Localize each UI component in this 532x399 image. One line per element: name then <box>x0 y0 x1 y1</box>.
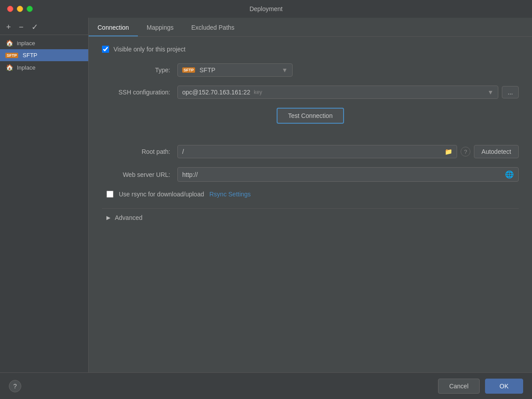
root-path-control-group: / 📁 ? Autodetect <box>177 145 519 158</box>
sidebar-item-label: SFTP <box>23 52 37 59</box>
ssh-value: opc@152.70.163.161:22 <box>182 89 250 96</box>
advanced-arrow-icon: ▶ <box>106 215 110 221</box>
help-icon[interactable]: ? <box>461 147 470 156</box>
traffic-lights <box>7 6 33 12</box>
maximize-button[interactable] <box>27 6 33 12</box>
sftp-type-icon: SFTP <box>182 67 195 73</box>
sidebar-item-sftp[interactable]: SFTP SFTP <box>0 49 88 61</box>
root-path-value: / <box>182 148 184 155</box>
content-area: Connection Mappings Excluded Paths Visib… <box>89 18 532 372</box>
ssh-row: SSH configuration: opc@152.70.163.161:22… <box>102 86 519 99</box>
globe-icon: 🌐 <box>505 170 514 179</box>
rsync-checkbox[interactable] <box>106 191 113 198</box>
sidebar-item-label: inplace <box>17 40 35 47</box>
root-path-input[interactable]: / 📁 <box>177 145 457 158</box>
house-icon: 🏠 <box>5 39 13 47</box>
autodetect-button[interactable]: Autodetect <box>474 145 519 158</box>
sidebar: + − ✓ 🏠 inplace SFTP SFTP 🏠 Inplace <box>0 18 89 372</box>
sidebar-item-inplace-1[interactable]: 🏠 inplace <box>0 37 88 49</box>
type-label: Type: <box>102 66 177 74</box>
test-connection-row: Test Connection <box>102 108 519 134</box>
sftp-icon: SFTP <box>5 53 18 58</box>
rsync-settings-link[interactable]: Rsync Settings <box>209 191 250 198</box>
type-row: Type: SFTP SFTP ▼ <box>102 63 519 77</box>
title-bar: Deployment <box>0 0 532 18</box>
ssh-control-group: opc@152.70.163.161:22 key ▼ ... <box>177 86 519 99</box>
bottom-bar: ? Cancel OK <box>0 372 532 399</box>
web-server-row: Web server URL: http:// 🌐 <box>102 167 519 182</box>
chevron-down-icon-ssh: ▼ <box>487 89 493 96</box>
confirm-button[interactable]: ✓ <box>30 22 40 32</box>
chevron-down-icon: ▼ <box>282 66 288 74</box>
visible-project-checkbox[interactable] <box>102 46 109 53</box>
tab-connection[interactable]: Connection <box>89 20 138 36</box>
advanced-label: Advanced <box>115 214 142 221</box>
ssh-label: SSH configuration: <box>102 89 177 96</box>
type-value: SFTP <box>200 66 215 74</box>
web-server-label: Web server URL: <box>102 171 177 178</box>
web-server-input[interactable]: http:// 🌐 <box>177 167 519 182</box>
add-server-button[interactable]: + <box>4 22 13 32</box>
sidebar-toolbar: + − ✓ <box>0 20 88 35</box>
advanced-section[interactable]: ▶ Advanced <box>102 208 519 227</box>
folder-icon: 📁 <box>445 148 452 155</box>
ssh-more-button[interactable]: ... <box>502 86 519 98</box>
root-path-row: Root path: / 📁 ? Autodetect <box>102 145 519 158</box>
sidebar-item-inplace-2[interactable]: 🏠 Inplace <box>0 61 88 74</box>
ok-button[interactable]: OK <box>485 379 523 394</box>
main-layout: + − ✓ 🏠 inplace SFTP SFTP 🏠 Inplace Conn… <box>0 18 532 372</box>
visible-project-label[interactable]: Visible only for this project <box>113 46 185 53</box>
cancel-button[interactable]: Cancel <box>438 379 480 394</box>
tabs: Connection Mappings Excluded Paths <box>89 18 532 37</box>
web-server-value: http:// <box>182 171 198 178</box>
sidebar-item-label: Inplace <box>17 64 35 71</box>
remove-server-button[interactable]: − <box>17 22 26 32</box>
ssh-key-badge: key <box>254 89 262 95</box>
help-button[interactable]: ? <box>9 380 21 392</box>
visible-project-row: Visible only for this project <box>102 46 519 53</box>
ssh-dropdown[interactable]: opc@152.70.163.161:22 key ▼ <box>177 86 498 99</box>
rsync-label[interactable]: Use rsync for download/upload <box>119 191 204 198</box>
type-control-group: SFTP SFTP ▼ <box>177 63 519 77</box>
bottom-buttons: Cancel OK <box>438 379 523 394</box>
rsync-row: Use rsync for download/upload Rsync Sett… <box>102 191 519 198</box>
web-server-control-group: http:// 🌐 <box>177 167 519 182</box>
house-icon-2: 🏠 <box>5 64 13 71</box>
close-button[interactable] <box>7 6 13 12</box>
root-path-label: Root path: <box>102 148 177 155</box>
test-connection-button[interactable]: Test Connection <box>277 108 344 124</box>
type-dropdown[interactable]: SFTP SFTP ▼ <box>177 63 293 77</box>
tab-mappings[interactable]: Mappings <box>138 20 183 36</box>
window-title: Deployment <box>250 5 283 12</box>
form-content: Visible only for this project Type: SFTP… <box>89 37 532 372</box>
minimize-button[interactable] <box>17 6 23 12</box>
tab-excluded-paths[interactable]: Excluded Paths <box>183 20 243 36</box>
